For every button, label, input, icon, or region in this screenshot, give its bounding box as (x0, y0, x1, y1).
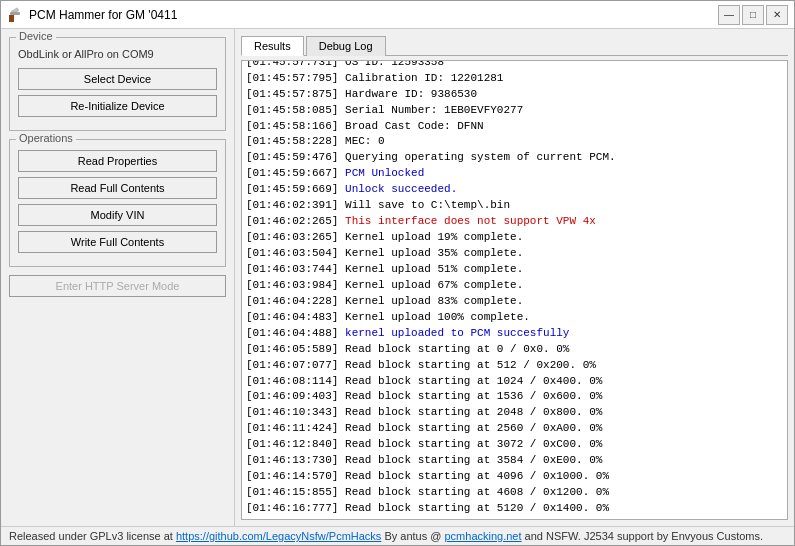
log-entry: [01:46:04:228] Kernel upload 83% complet… (246, 294, 783, 310)
log-message: Read block starting at 1024 / 0x400. 0% (345, 375, 602, 387)
left-panel: Device ObdLink or AllPro on COM9 Select … (1, 29, 235, 526)
log-timestamp: [01:46:04:488] (246, 327, 345, 339)
log-timestamp: [01:45:58:228] (246, 135, 345, 147)
http-server-button[interactable]: Enter HTTP Server Mode (9, 275, 226, 297)
log-message: Querying operating system of current PCM… (345, 151, 616, 163)
reinitialize-button[interactable]: Re-Initialize Device (18, 95, 217, 117)
log-message: Will save to C:\temp\.bin (345, 199, 510, 211)
log-message: Hardware ID: 9386530 (345, 88, 477, 100)
log-timestamp: [01:45:59:476] (246, 151, 345, 163)
log-timestamp: [01:45:57:875] (246, 88, 345, 100)
footer-middle: By antus @ (381, 530, 444, 542)
log-message: Read block starting at 2048 / 0x800. 0% (345, 406, 602, 418)
footer: Released under GPLv3 license at https://… (1, 526, 794, 545)
log-message: Read block starting at 2560 / 0xA00. 0% (345, 422, 602, 434)
maximize-button[interactable]: □ (742, 5, 764, 25)
log-timestamp: [01:46:08:114] (246, 375, 345, 387)
log-message: Calibration ID: 12201281 (345, 72, 503, 84)
log-message: PCM Unlocked (345, 167, 424, 179)
log-timestamp: [01:45:59:669] (246, 183, 345, 195)
log-timestamp: [01:46:02:391] (246, 199, 345, 211)
log-entry: [01:46:16:777] Read block starting at 51… (246, 501, 783, 517)
log-timestamp: [01:46:03:744] (246, 263, 345, 275)
device-info: ObdLink or AllPro on COM9 (18, 48, 217, 60)
log-entry: [01:45:59:476] Querying operating system… (246, 150, 783, 166)
log-entry: [01:45:59:667] PCM Unlocked (246, 166, 783, 182)
minimize-button[interactable]: — (718, 5, 740, 25)
log-timestamp: [01:45:58:085] (246, 104, 345, 116)
log-entry: [01:46:08:114] Read block starting at 10… (246, 374, 783, 390)
close-button[interactable]: ✕ (766, 5, 788, 25)
log-entry: [01:45:58:228] MEC: 0 (246, 134, 783, 150)
device-section-content: ObdLink or AllPro on COM9 Select Device … (18, 48, 217, 117)
log-message: Kernel upload 51% complete. (345, 263, 523, 275)
results-area[interactable]: [01:45:55:268] Elm ID: ELM327 v1.3a[01:4… (241, 60, 788, 520)
title-bar: PCM Hammer for GM '0411 — □ ✕ (1, 1, 794, 29)
right-panel: Results Debug Log [01:45:55:268] Elm ID:… (235, 29, 794, 526)
log-timestamp: [01:45:58:166] (246, 120, 345, 132)
svg-rect-0 (9, 15, 14, 22)
log-message: kernel uploaded to PCM succesfully (345, 327, 569, 339)
log-message: Read block starting at 512 / 0x200. 0% (345, 359, 596, 371)
log-entry: [01:46:07:077] Read block starting at 51… (246, 358, 783, 374)
operations-section-content: Read Properties Read Full Contents Modif… (18, 150, 217, 253)
log-message: Kernel upload 67% complete. (345, 279, 523, 291)
operations-section-title: Operations (16, 132, 76, 144)
footer-link2[interactable]: pcmhacking.net (445, 530, 522, 542)
select-device-button[interactable]: Select Device (18, 68, 217, 90)
log-timestamp: [01:46:12:840] (246, 438, 345, 450)
log-timestamp: [01:46:11:424] (246, 422, 345, 434)
log-timestamp: [01:46:14:570] (246, 470, 345, 482)
log-entry: [01:45:57:795] Calibration ID: 12201281 (246, 71, 783, 87)
footer-link1[interactable]: https://github.com/LegacyNsfw/PcmHacks (176, 530, 381, 542)
log-entry: [01:46:11:424] Read block starting at 25… (246, 421, 783, 437)
log-entry: [01:45:57:731] OS ID: 12593358 (246, 60, 783, 71)
log-entry: [01:46:12:840] Read block starting at 30… (246, 437, 783, 453)
svg-rect-2 (10, 12, 20, 15)
log-message: Broad Cast Code: DFNN (345, 120, 484, 132)
tab-bar: Results Debug Log (241, 35, 788, 56)
log-entry: [01:46:13:730] Read block starting at 35… (246, 453, 783, 469)
tab-results[interactable]: Results (241, 36, 304, 56)
log-entry: [01:45:58:166] Broad Cast Code: DFNN (246, 119, 783, 135)
log-timestamp: [01:46:05:589] (246, 343, 345, 355)
log-timestamp: [01:46:03:984] (246, 279, 345, 291)
tab-debug-log[interactable]: Debug Log (306, 36, 386, 56)
log-message: Read block starting at 3584 / 0xE00. 0% (345, 454, 602, 466)
log-timestamp: [01:46:07:077] (246, 359, 345, 371)
log-entry: [01:46:10:343] Read block starting at 20… (246, 405, 783, 421)
log-message: Unlock succeeded. (345, 183, 457, 195)
log-message: Kernel upload 35% complete. (345, 247, 523, 259)
log-entry: [01:46:03:265] Kernel upload 19% complet… (246, 230, 783, 246)
log-message: Read block starting at 1536 / 0x600. 0% (345, 390, 602, 402)
modify-vin-button[interactable]: Modify VIN (18, 204, 217, 226)
window-title: PCM Hammer for GM '0411 (29, 8, 177, 22)
log-entry: [01:46:02:265] This interface does not s… (246, 214, 783, 230)
log-message: Read block starting at 5120 / 0x1400. 0% (345, 502, 609, 514)
title-bar-left: PCM Hammer for GM '0411 (7, 7, 177, 23)
write-full-contents-button[interactable]: Write Full Contents (18, 231, 217, 253)
log-entry: [01:45:57:875] Hardware ID: 9386530 (246, 87, 783, 103)
log-entry: [01:46:03:504] Kernel upload 35% complet… (246, 246, 783, 262)
app-icon (7, 7, 23, 23)
footer-suffix: and NSFW. J2534 support by Envyous Custo… (522, 530, 764, 542)
read-properties-button[interactable]: Read Properties (18, 150, 217, 172)
log-message: Serial Number: 1EB0EVFY0277 (345, 104, 523, 116)
read-full-contents-button[interactable]: Read Full Contents (18, 177, 217, 199)
log-entry: [01:46:04:483] Kernel upload 100% comple… (246, 310, 783, 326)
log-message: Kernel upload 100% complete. (345, 311, 530, 323)
operations-section: Operations Read Properties Read Full Con… (9, 139, 226, 267)
log-entry: [01:46:14:570] Read block starting at 40… (246, 469, 783, 485)
log-timestamp: [01:46:03:504] (246, 247, 345, 259)
log-entry: [01:45:59:669] Unlock succeeded. (246, 182, 783, 198)
log-message: This interface does not support VPW 4x (345, 215, 596, 227)
log-message: Kernel upload 19% complete. (345, 231, 523, 243)
log-timestamp: [01:46:10:343] (246, 406, 345, 418)
log-entry: [01:45:58:085] Serial Number: 1EB0EVFY02… (246, 103, 783, 119)
window-controls: — □ ✕ (718, 5, 788, 25)
log-entry: [01:46:03:984] Kernel upload 67% complet… (246, 278, 783, 294)
log-entry: [01:46:09:403] Read block starting at 15… (246, 389, 783, 405)
log-timestamp: [01:45:57:795] (246, 72, 345, 84)
log-timestamp: [01:45:59:667] (246, 167, 345, 179)
log-entry: [01:46:02:391] Will save to C:\temp\.bin (246, 198, 783, 214)
